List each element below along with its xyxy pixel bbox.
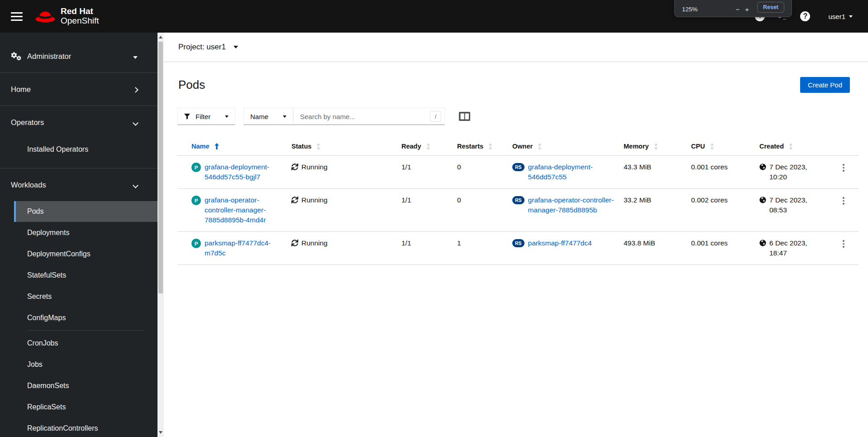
sort-icon [426, 143, 430, 150]
kebab-menu-button[interactable] [839, 195, 848, 206]
project-bar: Project: user1 [164, 33, 868, 62]
created-timestamp: 7 Dec 2023, 10:20 [769, 162, 811, 182]
status-text: Running [301, 238, 328, 248]
sidebar-item-installed-operators[interactable]: Installed Operators [0, 139, 157, 160]
sidebar-item-replicasets[interactable]: ReplicaSets [0, 396, 157, 418]
nav-section-workloads[interactable]: Workloads [0, 168, 157, 201]
pods-table: Name Status Ready Restarts [177, 137, 859, 265]
project-selector[interactable]: Project: user1 [178, 43, 238, 52]
ready-value: 1/1 [401, 189, 457, 232]
zoom-reset-button[interactable]: Reset [757, 2, 784, 13]
column-header-status[interactable]: Status [291, 137, 401, 156]
operators-subnav: Installed Operators [0, 139, 157, 168]
nav-section-home[interactable]: Home [0, 73, 157, 106]
manage-columns-button[interactable] [458, 111, 471, 123]
table-row: P grafana-operator-controller-manager-78… [177, 189, 859, 232]
column-header-cpu[interactable]: CPU [691, 137, 759, 156]
search-input[interactable] [293, 108, 445, 125]
browser-zoom-popup: 125% − + Reset [674, 0, 792, 17]
sidebar-item-deployments[interactable]: Deployments [0, 222, 157, 243]
table-header-row: Name Status Ready Restarts [177, 137, 859, 156]
zoom-out-button[interactable]: − [733, 6, 742, 13]
table-row: P grafana-deployment-546dd57c55-bgjl7 Ru… [177, 156, 859, 189]
running-sync-icon [291, 163, 298, 170]
brand-text: Red Hat OpenShift [61, 7, 99, 25]
column-header-memory[interactable]: Memory [624, 137, 691, 156]
sort-icon [654, 143, 658, 150]
restarts-value: 1 [457, 232, 512, 265]
nav-toggle-button[interactable] [6, 6, 27, 27]
scroll-down-arrow-icon[interactable] [159, 431, 162, 434]
running-sync-icon [291, 240, 298, 246]
search-box: / [293, 108, 445, 125]
sidebar-item-deploymentconfigs[interactable]: DeploymentConfigs [0, 243, 157, 264]
status-text: Running [301, 195, 328, 205]
column-header-restarts[interactable]: Restarts [457, 137, 512, 156]
memory-value: 33.2 MiB [624, 189, 691, 232]
nav-section-operators[interactable]: Operators [0, 106, 157, 139]
sidebar-item-cronjobs[interactable]: CronJobs [0, 332, 157, 354]
create-pod-button[interactable]: Create Pod [800, 77, 850, 93]
running-sync-icon [291, 197, 298, 203]
kebab-menu-button[interactable] [839, 238, 848, 250]
caret-down-icon [234, 46, 238, 48]
masthead: Red Hat OpenShift + >_ ? user1 125% − + … [0, 0, 868, 33]
created-timestamp: 7 Dec 2023, 08:53 [769, 195, 811, 215]
column-header-created[interactable]: Created [759, 137, 832, 156]
workloads-subnav: Pods Deployments DeploymentConfigs State… [0, 201, 157, 437]
page-title: Pods [178, 78, 205, 92]
hamburger-icon [11, 12, 23, 14]
caret-down-icon [225, 115, 229, 118]
replicaset-badge: RS [512, 196, 525, 204]
created-timestamp: 6 Dec 2023, 18:47 [769, 238, 811, 258]
pod-link[interactable]: grafana-operator-controller-manager-7885… [205, 195, 288, 225]
sort-icon [710, 143, 714, 150]
help-button[interactable]: ? [799, 10, 811, 22]
memory-value: 493.8 MiB [624, 232, 691, 265]
chevron-down-icon [133, 182, 138, 188]
perspective-label: Administrator [27, 52, 71, 61]
sidebar-item-configmaps[interactable]: ConfigMaps [0, 307, 157, 328]
column-header-ready[interactable]: Ready [401, 137, 457, 156]
ready-value: 1/1 [401, 156, 457, 189]
cpu-value: 0.001 cores [691, 156, 759, 189]
owner-link[interactable]: parksmap-ff7477dc4 [528, 238, 592, 248]
zoom-in-button[interactable]: + [742, 6, 752, 13]
column-header-owner[interactable]: Owner [512, 137, 624, 156]
perspective-switcher[interactable]: Administrator [0, 40, 157, 72]
sidebar-item-replicationcontrollers[interactable]: ReplicationControllers [0, 418, 157, 437]
sidebar-item-statefulsets[interactable]: StatefulSets [0, 264, 157, 286]
filter-dropdown[interactable]: Filter [177, 108, 235, 125]
pod-link[interactable]: grafana-deployment-546dd57c55-bgjl7 [205, 162, 288, 182]
brand-logo[interactable]: Red Hat OpenShift [34, 7, 99, 25]
search-attribute-dropdown[interactable]: Name [243, 108, 293, 125]
sidebar-item-pods[interactable]: Pods [14, 201, 157, 222]
status-text: Running [301, 162, 328, 172]
kebab-menu-button[interactable] [839, 162, 848, 173]
globe-icon [759, 240, 766, 246]
caret-down-icon [133, 56, 138, 59]
owner-link[interactable]: grafana-deployment-546dd57c55 [528, 162, 620, 182]
table-row: P parksmap-ff7477dc4-m7d5c Running 1/1 1… [177, 232, 859, 265]
column-header-name[interactable]: Name [177, 137, 291, 156]
content-scrollbar[interactable] [157, 33, 164, 437]
username: user1 [828, 13, 845, 20]
scroll-up-arrow-icon[interactable] [159, 36, 162, 38]
redhat-fedora-icon [34, 9, 56, 24]
zoom-level: 125% [682, 6, 698, 13]
sidebar-item-secrets[interactable]: Secrets [0, 286, 157, 307]
chevron-down-icon [133, 120, 138, 126]
scrollbar-thumb[interactable] [158, 42, 163, 293]
cpu-value: 0.001 cores [691, 232, 759, 265]
cpu-value: 0.002 cores [691, 189, 759, 232]
user-menu[interactable]: user1 [828, 13, 853, 20]
owner-link[interactable]: grafana-operator-controller-manager-7885… [528, 195, 620, 215]
pod-badge: P [191, 163, 201, 172]
sidebar-item-daemonsets[interactable]: DaemonSets [0, 375, 157, 396]
sort-icon [538, 143, 542, 150]
subnav-divider [27, 330, 144, 331]
pod-link[interactable]: parksmap-ff7477dc4-m7d5c [205, 238, 288, 258]
sidebar-item-jobs[interactable]: Jobs [0, 354, 157, 375]
restarts-value: 0 [457, 156, 512, 189]
slash-shortcut-badge: / [430, 111, 441, 122]
